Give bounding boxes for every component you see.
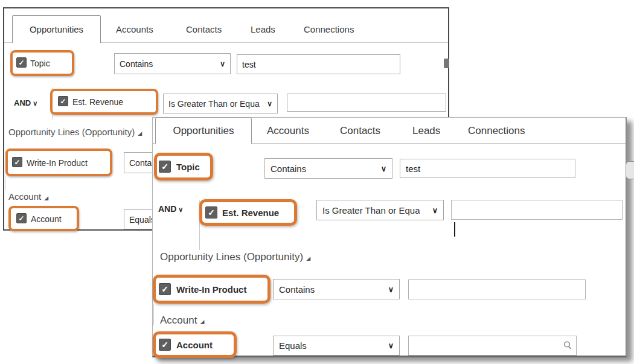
account-operator-select[interactable]: Equals ∨ (273, 336, 400, 356)
topic-value-input[interactable] (237, 54, 400, 74)
section-opportunity-lines[interactable]: Opportunity Lines (Opportunity)◢ (8, 127, 142, 137)
write-in-product-operator-select[interactable]: Contains ∨ (273, 279, 400, 299)
annotation-highlight-write-in-product (153, 275, 271, 304)
tab-opportunities-label: Opportunities (173, 125, 234, 137)
annotation-highlight-topic (154, 153, 213, 180)
est-revenue-value-input[interactable] (451, 200, 623, 220)
annotation-highlight-account (8, 206, 79, 231)
topic-operator-value: Contains (271, 164, 306, 174)
write-in-product-operator-value: Contains (279, 284, 315, 295)
tab-opportunities-label: Opportunities (30, 24, 83, 34)
tab-connections[interactable]: Connections (304, 24, 354, 34)
tab-contacts[interactable]: Contacts (340, 125, 380, 137)
account-value-input[interactable] (408, 336, 577, 356)
chevron-down-icon: ∨ (267, 100, 272, 108)
annotation-highlight-account (153, 331, 237, 358)
tab-leads[interactable]: Leads (251, 24, 275, 34)
section-account-label: Account (160, 315, 197, 326)
est-revenue-operator-select[interactable]: Is Greater Than or Equa ∨ (316, 200, 444, 220)
and-label: AND (158, 204, 176, 214)
chevron-down-icon: ∨ (388, 341, 394, 350)
chevron-down-icon: ∨ (33, 100, 37, 107)
chevron-down-icon: ∨ (178, 206, 183, 213)
chevron-down-icon: ∨ (432, 206, 438, 215)
clipped-edge-element (444, 59, 449, 68)
collapse-triangle-icon: ◢ (200, 319, 204, 325)
tab-accounts[interactable]: Accounts (267, 125, 309, 137)
chevron-down-icon: ∨ (220, 60, 225, 68)
section-account-label: Account (8, 191, 41, 202)
account-lookup-field (408, 336, 577, 356)
topic-operator-select[interactable]: Contains ∨ (114, 53, 231, 74)
section-opportunity-lines-label: Opportunity Lines (Opportunity) (8, 127, 135, 137)
and-connector[interactable]: AND∨ (14, 98, 37, 107)
est-revenue-operator-value: Is Greater Than or Equa (168, 99, 260, 109)
search-icon (563, 340, 572, 350)
tab-opportunities[interactable]: Opportunities (12, 15, 101, 43)
collapse-triangle-icon: ◢ (306, 255, 310, 261)
text-cursor (454, 222, 455, 237)
tab-leads[interactable]: Leads (412, 125, 440, 137)
and-label: AND (14, 98, 31, 107)
annotation-highlight-write-in-product (5, 148, 112, 176)
screenshot-stage: Opportunities Accounts Contacts Leads Co… (0, 0, 634, 364)
collapse-triangle-icon: ◢ (138, 130, 142, 136)
annotation-highlight-est-revenue (199, 199, 297, 226)
tab-connections[interactable]: Connections (468, 125, 525, 137)
section-account[interactable]: Account◢ (8, 191, 48, 202)
topic-value-input[interactable] (400, 159, 575, 178)
tab-opportunities[interactable]: Opportunities (155, 117, 252, 144)
group-indent-line (153, 304, 154, 325)
lookup-button[interactable] (560, 338, 575, 353)
clipped-edge-element (626, 161, 634, 179)
account-operator-value: Equals (279, 340, 307, 351)
annotation-highlight-topic (10, 50, 74, 76)
topic-operator-value: Contains (120, 59, 153, 69)
group-indent-line (5, 176, 5, 190)
chevron-down-icon: ∨ (381, 164, 386, 173)
tab-contacts[interactable]: Contacts (186, 24, 222, 34)
collapse-triangle-icon: ◢ (44, 195, 48, 201)
est-revenue-value-input[interactable] (287, 94, 446, 112)
advanced-find-panel-front: Opportunities Accounts Contacts Leads Co… (152, 117, 627, 357)
and-connector[interactable]: AND∨ (158, 204, 183, 214)
est-revenue-operator-select[interactable]: Is Greater Than or Equa ∨ (163, 94, 278, 113)
section-opportunity-lines-label: Opportunity Lines (Opportunity) (160, 251, 303, 263)
account-operator-value: Equals (129, 215, 155, 225)
section-opportunity-lines[interactable]: Opportunity Lines (Opportunity)◢ (160, 251, 310, 263)
topic-operator-select[interactable]: Contains ∨ (264, 158, 392, 179)
write-in-product-value-input[interactable] (408, 279, 586, 299)
est-revenue-operator-value: Is Greater Than or Equa (322, 205, 420, 216)
tab-accounts[interactable]: Accounts (116, 24, 153, 34)
annotation-highlight-est-revenue (50, 89, 158, 115)
chevron-down-icon: ∨ (388, 285, 394, 294)
section-account[interactable]: Account◢ (160, 315, 204, 327)
